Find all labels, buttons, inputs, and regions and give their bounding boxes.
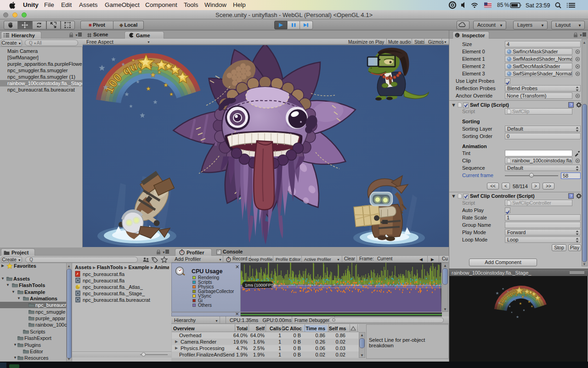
svg-text:85 %: 85 % xyxy=(497,2,509,8)
svg-text:1ms (1000FPS): 1ms (1000FPS) xyxy=(245,282,276,288)
svg-text:Sat 23:59: Sat 23:59 xyxy=(526,2,550,9)
